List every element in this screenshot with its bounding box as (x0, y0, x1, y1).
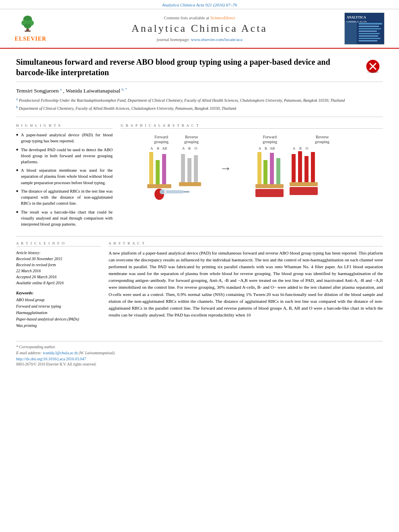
highlight-item-5: The result was a barcode-like chart that… (16, 209, 113, 228)
svg-rect-15 (359, 31, 377, 32)
keywords-list: ABO blood group Forward and reverse typi… (16, 297, 101, 329)
svg-rect-43 (165, 190, 183, 193)
email-link[interactable]: wanida.l@chula.ac.th (43, 351, 78, 355)
article-info-column: A R T I C L E I N F O Article history: R… (16, 241, 101, 329)
email-label: E-mail address: (16, 351, 42, 355)
keyword-4: Paper-based analytical devices (PADs) (16, 316, 101, 322)
svg-rect-53 (257, 152, 261, 184)
contents-line: Contents lists available at ScienceDirec… (55, 15, 344, 20)
svg-rect-31 (162, 154, 166, 184)
article-info-abstract-section: A R T I C L E I N F O Article history: R… (16, 236, 383, 329)
homepage-link[interactable]: www.elsevier.com/locate/aca (191, 37, 242, 42)
highlights-graphical-section: H I G H L I G H T S A paper-based analyt… (16, 123, 383, 230)
email-name: (W. Laiwattanapaisal). (78, 351, 115, 355)
journal-citation: Analytica Chimica Acta 921 (2016) 67–76 (162, 2, 237, 7)
highlight-item-1: A paper-based analytical device (PAD) fo… (16, 132, 113, 144)
keywords-label: Keywords: (16, 291, 101, 295)
svg-rect-54 (263, 160, 267, 184)
svg-text:grouping: grouping (154, 140, 169, 144)
svg-text:AB: AB (162, 146, 167, 150)
svg-rect-39 (181, 154, 185, 182)
svg-text:B: B (265, 146, 267, 150)
svg-rect-13 (359, 26, 379, 27)
svg-text:O: O (195, 146, 197, 150)
crossmark-icon[interactable]: CrossMark (363, 58, 383, 74)
svg-text:A: A (259, 146, 261, 150)
svg-text:grouping: grouping (184, 140, 199, 144)
journal-homepage: journal homepage: www.elsevier.com/locat… (55, 37, 344, 42)
svg-rect-57 (255, 184, 284, 188)
highlights-column: H I G H L I G H T S A paper-based analyt… (16, 123, 113, 230)
svg-rect-29 (149, 152, 153, 184)
svg-rect-56 (276, 158, 280, 184)
received-revised-date: 22 March 2016 (16, 268, 101, 274)
svg-text:Forward: Forward (154, 135, 168, 139)
highlight-item-2: The developed PAD could be used to detec… (16, 147, 113, 165)
elsevier-brand-text: ELSEVIER (15, 36, 47, 42)
svg-rect-17 (359, 35, 378, 37)
article-info-header: A R T I C L E I N F O (16, 241, 101, 246)
keyword-3: Haemagglutination (16, 310, 101, 316)
svg-text:A: A (293, 146, 296, 150)
article-history: Article history: Received 30 November 20… (16, 250, 101, 286)
svg-rect-18 (359, 38, 380, 39)
abstract-column: A B S T R A C T A new platform of a pape… (109, 241, 383, 329)
svg-rect-69 (290, 187, 318, 195)
journal-citation-bar: Analytica Chimica Acta 921 (2016) 67–76 (0, 0, 399, 9)
sciencedirect-link[interactable]: ScienceDirect (210, 15, 235, 20)
doi-link[interactable]: http://dx.doi.org/10.1016/j.aca.2016.03.… (16, 357, 383, 361)
highlights-header: H I G H L I G H T S (16, 123, 113, 129)
svg-rect-41 (194, 155, 198, 182)
abstract-text: A new platform of a paper-based analytic… (109, 250, 383, 318)
abstract-header: A B S T R A C T (109, 241, 383, 246)
svg-rect-64 (292, 154, 296, 182)
svg-rect-66 (304, 156, 309, 182)
svg-rect-65 (298, 151, 302, 182)
svg-text:A: A (150, 146, 153, 150)
highlights-list: A paper-based analytical device (PAD) fo… (16, 132, 113, 227)
svg-rect-67 (311, 152, 315, 182)
svg-rect-55 (270, 153, 274, 184)
journal-cover-image-area: ANALYTICA CHIMICA ACTA (344, 12, 393, 45)
article-title: Simultaneous forward and reverse ABO blo… (16, 57, 355, 78)
available-date: Available online 8 April 2016 (16, 280, 101, 286)
svg-text:B: B (188, 146, 191, 150)
svg-point-4 (24, 23, 31, 29)
svg-rect-44 (183, 191, 189, 193)
history-label: Article history: (16, 250, 101, 256)
svg-text:Reverse: Reverse (316, 135, 329, 139)
corresponding-author-note: * Corresponding author. (16, 345, 383, 349)
svg-text:grouping: grouping (263, 140, 277, 144)
journal-cover-image: ANALYTICA CHIMICA ACTA (344, 12, 385, 45)
journal-header-center: Contents lists available at ScienceDirec… (55, 15, 344, 42)
keywords-section: Keywords: ABO blood group Forward and re… (16, 291, 101, 329)
elsevier-logo: ELSEVIER (6, 15, 55, 42)
svg-rect-68 (290, 182, 318, 186)
svg-text:→: → (220, 161, 232, 175)
svg-rect-19 (359, 40, 377, 41)
svg-text:B: B (299, 146, 302, 150)
article-title-section: Simultaneous forward and reverse ABO blo… (16, 57, 383, 82)
svg-text:A: A (182, 146, 185, 150)
svg-rect-32 (147, 184, 171, 188)
received-date: Received 30 November 2015 (16, 256, 101, 262)
received-revised-label: Received in revised form (16, 262, 101, 268)
svg-text:Forward: Forward (263, 135, 277, 139)
svg-rect-30 (156, 160, 160, 184)
cover-image-svg: ANALYTICA CHIMICA ACTA (345, 13, 385, 45)
svg-rect-6 (25, 31, 31, 32)
affiliations-section: a Postdoctoral Fellowship Under the Ratc… (16, 97, 383, 117)
keyword-1: ABO blood group (16, 297, 101, 303)
svg-rect-16 (359, 33, 380, 34)
svg-text:AB: AB (270, 146, 275, 150)
svg-rect-42 (179, 182, 201, 186)
svg-text:Reverse: Reverse (185, 135, 198, 139)
graphical-abstract-column: G R A P H I C A L A B S T R A C T Forwar… (121, 123, 383, 230)
journal-title: Analytica Chimica Acta (55, 23, 344, 35)
accepted-date: Accepted 26 March 2016 (16, 274, 101, 280)
copyright-notice: 0003-2670/© 2016 Elsevier B.V. All right… (16, 362, 383, 366)
svg-point-46 (160, 189, 165, 194)
highlight-item-3: A blood separation membrane was used for… (16, 167, 113, 186)
svg-rect-5 (26, 29, 29, 31)
svg-text:CHIMICA ACTA: CHIMICA ACTA (347, 20, 367, 23)
